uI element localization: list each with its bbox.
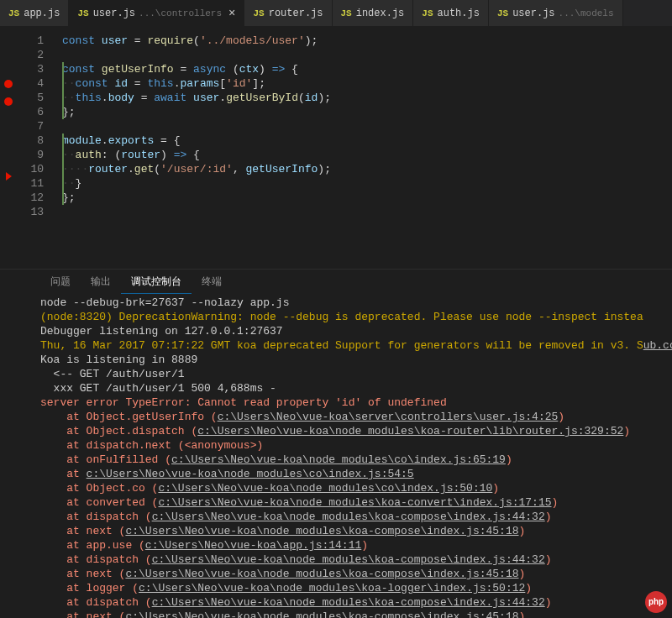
line-number: 11 xyxy=(17,176,44,191)
console-line: xxx GET /auth/user/1 500 4,688ms - xyxy=(40,381,672,395)
console-line: at onFulfilled (c:\Users\Neo\vue-koa\nod… xyxy=(40,453,672,467)
console-line: at next (c:\Users\Neo\vue-koa\node_modul… xyxy=(40,610,672,618)
stack-trace-link[interactable]: c:\Users\Neo\vue-koa\app.js:14:11 xyxy=(145,539,361,552)
console-line: at dispatch.next (<anonymous>) xyxy=(40,438,672,453)
line-number: 4 xyxy=(17,76,44,91)
code-line[interactable]: ····router.get('/user/:id', getUserInfo)… xyxy=(62,162,672,176)
console-line: at dispatch (c:\Users\Neo\vue-koa\node_m… xyxy=(40,553,672,567)
watermark-badge: php xyxy=(645,591,667,613)
console-line: Koa is listening in 8889 xyxy=(40,353,672,367)
stack-trace-link[interactable]: c:\Users\Neo\vue-koa\node_modules\koa-co… xyxy=(152,553,545,566)
code-line[interactable]: ··this.body = await user.getUserById(id)… xyxy=(62,91,672,105)
stack-trace-link[interactable]: c:\Users\Neo\vue-koa\node_modules\koa-co… xyxy=(125,568,518,580)
line-number: 12 xyxy=(17,191,44,205)
tab-terminal[interactable]: 终端 xyxy=(192,270,232,294)
stack-trace-link[interactable]: c:\Users\Neo\vue-koa\node_modules\co\ind… xyxy=(158,482,492,495)
line-number: 3 xyxy=(17,62,44,76)
console-line: at Object.dispatch (c:\Users\Neo\vue-koa… xyxy=(40,424,672,438)
console-line: at next (c:\Users\Neo\vue-koa\node_modul… xyxy=(40,524,672,538)
stack-trace-link[interactable]: c:\Users\Neo\vue-koa\node_modules\koa-co… xyxy=(125,610,518,618)
code-content[interactable]: const user = require('../models/user');c… xyxy=(52,27,672,269)
tab-debug-console[interactable]: 调试控制台 xyxy=(121,270,192,294)
stack-trace-link[interactable]: ub.com/koajs/koa/blob/master/docs/migrat… xyxy=(643,339,672,352)
js-file-icon: JS xyxy=(341,8,352,18)
line-number: 1 xyxy=(17,34,44,48)
console-line: server error TypeError: Cannot read prop… xyxy=(40,395,672,410)
js-file-icon: JS xyxy=(253,8,264,18)
editor-tabs: JSapp.jsJSuser.js...\controllers×JSroute… xyxy=(0,0,672,27)
code-line[interactable]: module.exports = { xyxy=(62,134,672,148)
tab-auth-js[interactable]: JSauth.js xyxy=(413,0,489,26)
tab-path: ...\controllers xyxy=(139,8,222,18)
console-line: at converted (c:\Users\Neo\vue-koa\node_… xyxy=(40,495,672,510)
line-numbers: 12345678910111213 xyxy=(17,27,52,269)
tab-filename: router.js xyxy=(269,8,323,19)
tab-filename: user.js xyxy=(512,8,554,19)
tab-user-js[interactable]: JSuser.js...\models xyxy=(489,0,623,26)
debug-console[interactable]: node --debug-brk=27637 --nolazy app.js(n… xyxy=(0,294,672,618)
stack-trace-link[interactable]: c:\Users\Neo\vue-koa\node_modules\co\ind… xyxy=(171,453,506,466)
tab-filename: auth.js xyxy=(438,8,480,19)
code-line[interactable]: const user = require('../models/user'); xyxy=(62,34,672,48)
stack-trace-link[interactable]: c:\Users\Neo\vue-koa\node_modules\koa-co… xyxy=(152,511,545,523)
line-number: 10 xyxy=(17,162,44,176)
line-number: 5 xyxy=(17,91,44,105)
tab-path: ...\models xyxy=(559,8,614,18)
stack-trace-link[interactable]: c:\Users\Neo\vue-koa\server\controllers\… xyxy=(218,411,559,423)
tab-index-js[interactable]: JSindex.js xyxy=(333,0,414,26)
stack-trace-link[interactable]: c:\Users\Neo\vue-koa\node_modules\co\ind… xyxy=(87,468,414,480)
panel-tabs: 问题 输出 调试控制台 终端 xyxy=(0,269,672,294)
code-line[interactable] xyxy=(62,48,672,62)
console-line: at dispatch (c:\Users\Neo\vue-koa\node_m… xyxy=(40,595,672,610)
tab-filename: user.js xyxy=(93,8,135,19)
breakpoint-unverified-icon[interactable] xyxy=(6,172,12,181)
line-number: 7 xyxy=(17,119,44,134)
code-line[interactable]: const getUserInfo = async (ctx) => { xyxy=(62,62,672,76)
stack-trace-link[interactable]: c:\Users\Neo\vue-koa\node_modules\koa-co… xyxy=(158,496,551,509)
stack-trace-link[interactable]: c:\Users\Neo\vue-koa\node_modules\koa-co… xyxy=(125,525,518,537)
editor-area: 12345678910111213 const user = require('… xyxy=(0,27,672,269)
console-line: Thu, 16 Mar 2017 07:17:22 GMT koa deprec… xyxy=(40,338,672,353)
code-line[interactable] xyxy=(62,119,672,134)
code-line[interactable]: }; xyxy=(62,105,672,119)
stack-trace-link[interactable]: c:\Users\Neo\vue-koa\node_modules\koa-ro… xyxy=(197,425,623,437)
console-line: at c:\Users\Neo\vue-koa\node_modules\co\… xyxy=(40,467,672,481)
console-line: at dispatch (c:\Users\Neo\vue-koa\node_m… xyxy=(40,510,672,524)
js-file-icon: JS xyxy=(77,8,88,18)
console-line: <-- GET /auth/user/1 xyxy=(40,367,672,381)
tab-filename: index.js xyxy=(356,8,405,19)
line-number: 9 xyxy=(17,148,44,162)
js-file-icon: JS xyxy=(422,8,433,18)
code-line[interactable] xyxy=(62,205,672,219)
stack-trace-link[interactable]: c:\Users\Neo\vue-koa\node_modules\koa-co… xyxy=(152,596,545,609)
breakpoint-gutter[interactable] xyxy=(0,27,17,269)
code-line[interactable]: ··const id = this.params['id']; xyxy=(62,76,672,91)
line-number: 6 xyxy=(17,105,44,119)
stack-trace-link[interactable]: c:\Users\Neo\vue-koa\node_modules\koa-lo… xyxy=(139,582,525,594)
console-line: at app.use (c:\Users\Neo\vue-koa\app.js:… xyxy=(40,538,672,553)
console-line: Debugger listening on 127.0.0.1:27637 xyxy=(40,324,672,338)
js-file-icon: JS xyxy=(8,8,19,18)
code-line[interactable]: ··} xyxy=(62,176,672,191)
line-number: 13 xyxy=(17,205,44,219)
tab-problems[interactable]: 问题 xyxy=(40,270,81,294)
console-line: at Object.co (c:\Users\Neo\vue-koa\node_… xyxy=(40,481,672,495)
code-line[interactable]: }; xyxy=(62,191,672,205)
js-file-icon: JS xyxy=(497,8,508,18)
breakpoint-icon[interactable] xyxy=(4,97,13,106)
tab-user-js[interactable]: JSuser.js...\controllers× xyxy=(69,0,244,26)
console-line: at logger (c:\Users\Neo\vue-koa\node_mod… xyxy=(40,581,672,595)
tab-output[interactable]: 输出 xyxy=(81,270,121,294)
close-icon[interactable]: × xyxy=(228,7,235,20)
line-number: 2 xyxy=(17,48,44,62)
code-line[interactable]: ··auth: (router) => { xyxy=(62,148,672,162)
tab-app-js[interactable]: JSapp.js xyxy=(0,0,69,26)
tab-filename: app.js xyxy=(24,8,60,19)
console-line: node --debug-brk=27637 --nolazy app.js xyxy=(40,296,672,310)
line-number: 8 xyxy=(17,134,44,148)
console-line: (node:8320) DeprecationWarning: node --d… xyxy=(40,310,672,324)
breakpoint-icon[interactable] xyxy=(4,80,13,88)
console-line: at next (c:\Users\Neo\vue-koa\node_modul… xyxy=(40,567,672,581)
console-line: at Object.getUserInfo (c:\Users\Neo\vue-… xyxy=(40,410,672,424)
tab-router-js[interactable]: JSrouter.js xyxy=(244,0,332,26)
